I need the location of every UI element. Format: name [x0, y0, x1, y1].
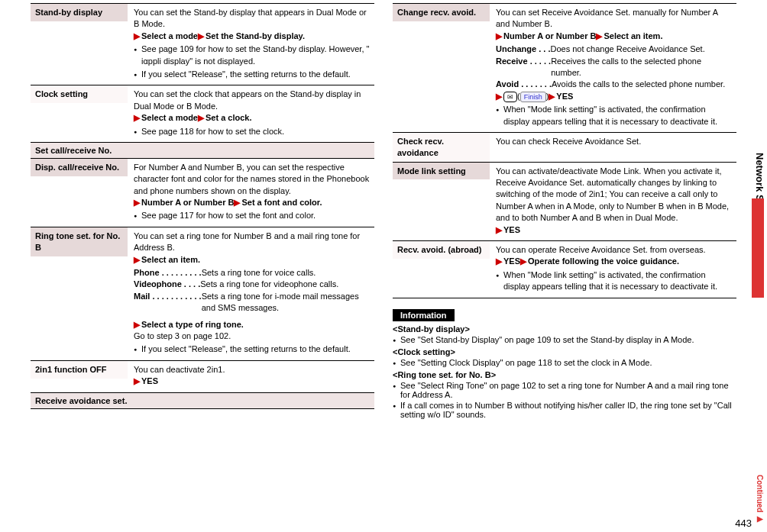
info-title: <Stand-by display> [393, 324, 736, 334]
arrow-icon: ▶ [134, 113, 141, 122]
action: YES [556, 92, 573, 101]
row-ring: Ring tone set. for No. B You can set a r… [31, 227, 374, 360]
bullet: See "Setting Clock Display" on page 118 … [393, 358, 736, 367]
term: Phone . . . . . . . . . [134, 267, 202, 279]
arrow-icon: ▶ [496, 256, 503, 266]
term: Avoid . . . . . . . [496, 79, 552, 90]
row-check-recv: Check recv. avoidance You can check Rece… [393, 132, 736, 162]
bullet: See "Set Stand-by Display" on page 109 t… [393, 335, 736, 344]
label-standby: Stand-by display [31, 4, 128, 21]
action: Select a type of ring tone. [141, 320, 244, 329]
text: You can operate Receive Avoidance Set. f… [496, 245, 706, 254]
label-clock: Clock setting [31, 85, 128, 103]
action: Select an item. [141, 255, 200, 264]
side-tab [752, 198, 764, 298]
body-2in1-off: You can deactivate 2in1. ▶YES [128, 361, 374, 392]
action: YES [141, 376, 158, 385]
right-column: Change recv. avoid. You can set Receive … [393, 3, 736, 419]
bullet: When "Mode link setting" is activated, t… [496, 269, 732, 293]
arrow-icon: ▶ [134, 31, 141, 40]
row-mode-link: Mode link setting You can activate/deact… [393, 162, 736, 240]
arrow-icon: ▶ [496, 31, 503, 40]
def: Sets a ring tone for videophone calls. [200, 279, 370, 290]
bullet: See page 109 for how to set the Stand-by… [134, 44, 370, 67]
arrow-icon: ▶ [134, 376, 141, 385]
arrow-icon: ▶ [496, 225, 503, 234]
continued-label: Continued ▶ [756, 475, 764, 523]
action: YES [503, 256, 520, 266]
label-mode-link: Mode link setting [393, 163, 490, 180]
mail-key-icon: ✉ [503, 92, 517, 102]
def: Receives the calls to the selected phone… [551, 56, 732, 79]
label-change-recv: Change recv. avoid. [393, 4, 490, 21]
body-check-recv: You can check Receive Avoidance Set. [490, 133, 736, 152]
label-recv-abroad: Recv. avoid. (abroad) [393, 241, 490, 259]
text: For Number A and Number B, you can set t… [134, 163, 369, 195]
term: Unchange . . . [496, 44, 551, 55]
def: Does not change Receive Avoidance Set. [551, 44, 732, 55]
def: Sets a ring tone for voice calls. [202, 267, 370, 279]
arrow-icon: ▶ [134, 198, 141, 207]
body-clock: You can set the clock that appears on th… [128, 85, 374, 142]
bullet: If a call comes in to Number B without n… [393, 401, 736, 419]
finish-button-icon: Finish [520, 92, 546, 102]
bullet: If you select "Release", the setting ret… [134, 69, 370, 80]
def: Sets a ring tone for i-mode mail message… [202, 291, 370, 314]
action: Operate following the voice guidance. [528, 256, 679, 266]
term: Mail . . . . . . . . . . . [134, 291, 202, 314]
text: You can deactivate 2in1. [134, 365, 225, 374]
arrow-icon: ▶ [496, 92, 503, 101]
label-ring: Ring tone set. for No. B [31, 227, 128, 256]
text: You can set a ring tone for Number B and… [134, 231, 360, 252]
action: YES [503, 225, 520, 234]
def: Avoids the calls to the selected phone n… [552, 79, 732, 90]
arrow-icon: ▶ [134, 255, 141, 264]
bullet: When "Mode link setting" is activated, t… [496, 104, 732, 127]
term: Videophone . . . . [134, 279, 200, 290]
label-2in1-off: 2in1 function OFF [31, 361, 128, 379]
row-2in1-off: 2in1 function OFF You can deactivate 2in… [31, 360, 374, 392]
info-title: <Ring tone set. for No. B> [393, 370, 736, 379]
body-mode-link: You can activate/deactivate Mode Link. W… [490, 163, 736, 240]
body-ring: You can set a ring tone for Number B and… [128, 227, 374, 360]
information-box: Information <Stand-by display> See "Set … [393, 309, 736, 419]
text: Go to step 3 on page 102. [134, 331, 231, 340]
section-recv-avoid: Receive avoidance set. [31, 392, 374, 409]
arrow-icon: ▶ [549, 92, 556, 101]
section-set-call: Set call/receive No. [31, 142, 374, 158]
action: Select a mode [141, 113, 198, 122]
text: You can check Receive Avoidance Set. [496, 137, 641, 146]
action: Set the Stand-by display. [206, 31, 305, 40]
action: Set a font and color. [241, 198, 322, 207]
arrow-icon: ▶ [234, 198, 241, 207]
action: Number A or Number B [141, 198, 234, 207]
label-disp: Disp. call/receive No. [31, 159, 128, 176]
body-change-recv: You can set Receive Avoidance Set. manua… [490, 4, 736, 132]
information-tag: Information [393, 309, 455, 321]
row-standby: Stand-by display You can set the Stand-b… [31, 3, 374, 85]
action: Number A or Number B [503, 31, 596, 40]
body-standby: You can set the Stand-by display that ap… [128, 4, 374, 85]
arrow-icon: ▶ [520, 256, 528, 266]
text: You can set the clock that appears on th… [134, 89, 361, 110]
arrow-icon: ▶ [134, 320, 141, 329]
term: Receive . . . . . [496, 56, 551, 79]
arrow-icon: ▶ [198, 31, 206, 40]
bullet: If you select "Release", the setting ret… [134, 343, 370, 355]
text: You can activate/deactivate Mode Link. W… [496, 166, 729, 223]
bullet: See "Select Ring Tone" on page 102 to se… [393, 381, 736, 399]
row-change-recv: Change recv. avoid. You can set Receive … [393, 3, 736, 132]
action: Select a mode [141, 31, 198, 40]
arrow-icon: ▶ [198, 113, 206, 122]
row-clock: Clock setting You can set the clock that… [31, 85, 374, 142]
bullet: See page 118 for how to set the clock. [134, 126, 370, 137]
arrow-icon: ▶ [596, 31, 604, 40]
body-disp: For Number A and Number B, you can set t… [128, 159, 374, 227]
text: You can set the Stand-by display that ap… [134, 8, 367, 28]
bullet: See page 117 for how to set the font and… [134, 210, 370, 221]
action: Select an item. [604, 31, 662, 40]
page-number: 443 [735, 517, 752, 529]
action: Set a clock. [206, 113, 252, 122]
row-recv-abroad: Recv. avoid. (abroad) You can operate Re… [393, 240, 736, 298]
row-disp: Disp. call/receive No. For Number A and … [31, 158, 374, 227]
